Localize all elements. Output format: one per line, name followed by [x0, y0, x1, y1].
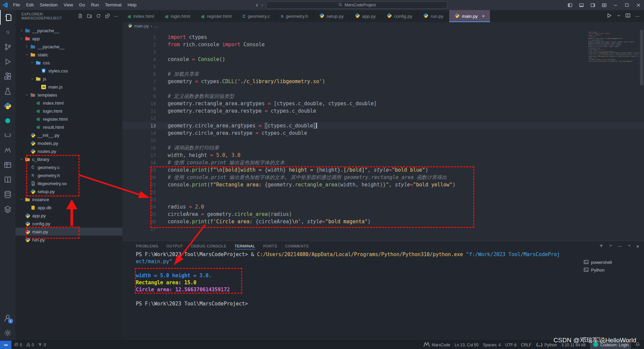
- run-icon[interactable]: [606, 13, 612, 20]
- code-line-11[interactable]: 11geometry.rectangle_area.restype = ctyp…: [122, 107, 644, 115]
- refresh-icon[interactable]: [95, 13, 102, 19]
- maximize-window-icon[interactable]: [621, 0, 633, 10]
- tab-setup.py[interactable]: setup.py: [314, 10, 350, 22]
- code-editor[interactable]: 1import ctypes2from rich.console import …: [122, 30, 644, 241]
- tab-geometry.c[interactable]: Cgeometry.c: [237, 10, 275, 22]
- layout-icon[interactable]: [0, 158, 15, 172]
- code-line-24[interactable]: 24radius = 2.0: [122, 203, 644, 211]
- code-line-16[interactable]: 16# 调用函数并打印结果: [122, 144, 644, 152]
- code-line-13[interactable]: 13geometry.circle_area.argtypes = [ctype…: [122, 122, 644, 129]
- code-line-21[interactable]: 21console.print(f"Rectangle area: {geome…: [122, 181, 644, 188]
- tab-app.py[interactable]: app.py: [350, 10, 382, 22]
- tab-run.py[interactable]: run.py: [418, 10, 449, 22]
- code-line-26[interactable]: 26console.print(f'Circle area: {circleAr…: [122, 218, 644, 225]
- layers-icon[interactable]: [0, 202, 15, 217]
- remote-indicator[interactable]: ><: [0, 341, 11, 349]
- code-line-8[interactable]: 8: [122, 85, 644, 93]
- tree-item-__init__.py[interactable]: __init__.py: [15, 131, 122, 139]
- snippets-icon[interactable]: {…}: [0, 128, 15, 143]
- settings-gear-icon[interactable]: [0, 326, 15, 340]
- tree-item-css[interactable]: css: [15, 59, 122, 67]
- minimap[interactable]: import ctypesfrom rich.console import Co…: [588, 31, 639, 81]
- new-file-icon[interactable]: [77, 13, 84, 19]
- status-item-0[interactable]: 0: [14, 342, 22, 348]
- terminal-output[interactable]: PS F:\Work\2023 Tool\MarsCodeProject> & …: [136, 251, 577, 340]
- more-actions-icon[interactable]: ⋯: [113, 13, 120, 19]
- extensions-icon[interactable]: [0, 69, 15, 84]
- codeium-icon[interactable]: [0, 113, 15, 128]
- status-item-python[interactable]: {…}Python: [536, 343, 557, 347]
- tree-item-routes.py[interactable]: routes.py: [15, 147, 122, 155]
- back-icon[interactable]: ‹: [256, 2, 258, 8]
- code-line-6[interactable]: 6# 加载共享库: [122, 70, 644, 78]
- tree-item-geometry.c[interactable]: Cgeometry.c: [15, 163, 122, 171]
- code-line-18[interactable]: 18# 使用 console.print 输出蓝色加粗字体的文本: [122, 159, 644, 166]
- code-line-15[interactable]: 15: [122, 137, 644, 144]
- status-item-spaces-4[interactable]: Spaces: 4: [483, 343, 501, 347]
- panel-tab-problems[interactable]: PROBLEMS: [136, 244, 158, 248]
- new-folder-icon[interactable]: [86, 13, 93, 19]
- more-actions-icon[interactable]: ⋯: [635, 13, 640, 19]
- status-item-marscode[interactable]: MarsCode: [423, 341, 450, 349]
- tree-item-instance[interactable]: instance: [15, 195, 122, 203]
- tree-item-geometry.h[interactable]: hgeometry.h: [15, 171, 122, 179]
- run-debug-icon[interactable]: [0, 54, 15, 69]
- tree-item-main.py[interactable]: main.py: [15, 228, 122, 236]
- tab-config.py[interactable]: config.py: [381, 10, 418, 22]
- command-center-search[interactable]: MarsCodeProject: [266, 1, 447, 9]
- code-line-17[interactable]: 17width, height = 5.0, 3.0: [122, 152, 644, 159]
- code-line-19[interactable]: 19console.print(f"\n[bold]width = {width…: [122, 166, 644, 174]
- toggle-secondary-sidebar-icon[interactable]: [587, 0, 598, 10]
- python-icon[interactable]: [0, 99, 15, 113]
- tree-item-libgeometry.so[interactable]: libgeometry.so: [15, 179, 122, 187]
- chevron-up-icon[interactable]: [627, 243, 632, 249]
- code-line-14[interactable]: 14geometry.circle_area.restype = ctypes.…: [122, 129, 644, 137]
- tree-item-__pycache__[interactable]: __pycache__: [15, 26, 122, 35]
- status-item-utf-8[interactable]: UTF-8: [505, 343, 517, 347]
- toggle-sidebar-icon[interactable]: [564, 0, 576, 10]
- menu-item-view[interactable]: View: [61, 0, 76, 10]
- code-line-20[interactable]: 20# 使用 console.print 输出黄色加粗字体的文本, 其中矩形面积…: [122, 174, 644, 181]
- close-tab-icon[interactable]: ×: [482, 13, 485, 19]
- testing-icon[interactable]: [0, 84, 15, 99]
- tree-item-login.html[interactable]: djlogin.html: [15, 107, 122, 115]
- collapse-folders-icon[interactable]: [104, 13, 111, 19]
- minimize-window-icon[interactable]: [610, 0, 621, 10]
- chevron-down-icon[interactable]: [616, 13, 621, 19]
- editor-scrollbar[interactable]: [640, 30, 643, 85]
- status-item-0[interactable]: 0: [38, 342, 46, 348]
- account-icon[interactable]: 1: [0, 311, 15, 326]
- tree-item-setup.py[interactable]: setup.py: [15, 187, 122, 195]
- panel-tab-debug-console[interactable]: DEBUG CONSOLE: [191, 244, 227, 248]
- tree-item-main.js[interactable]: JSmain.js: [15, 83, 122, 91]
- tree-item-c_library[interactable]: c_library: [15, 155, 122, 163]
- marscode-icon[interactable]: [0, 143, 15, 158]
- menu-item-file[interactable]: File: [10, 0, 23, 10]
- tree-item-app.db[interactable]: app.db: [15, 203, 122, 212]
- code-line-12[interactable]: 12: [122, 115, 644, 122]
- tree-item-run.py[interactable]: run.py: [15, 236, 122, 244]
- terminal-instance-powershell[interactable]: powershell: [581, 258, 641, 266]
- panel-tab-comments[interactable]: COMMENTS: [285, 244, 309, 248]
- status-item-3-10-11-64-bit[interactable]: 3.10.11 64-bit: [561, 343, 586, 347]
- tree-item-js[interactable]: js: [15, 75, 122, 83]
- tree-item-models.py[interactable]: models.py: [15, 139, 122, 147]
- customize-layout-icon[interactable]: [598, 0, 610, 10]
- breadcrumb[interactable]: main.py › …: [122, 22, 644, 30]
- tree-item-app[interactable]: app: [15, 35, 122, 43]
- code-line-22[interactable]: 22: [122, 188, 644, 196]
- search-icon[interactable]: [0, 25, 15, 40]
- close-window-icon[interactable]: [633, 0, 644, 10]
- menu-item-go[interactable]: Go: [76, 0, 88, 10]
- close-icon[interactable]: ×: [636, 243, 639, 249]
- code-line-10[interactable]: 10geometry.rectangle_area.argtypes = [ct…: [122, 100, 644, 107]
- code-line-27[interactable]: 27: [122, 225, 644, 233]
- terminal-instance-Python[interactable]: Python: [581, 266, 641, 274]
- menu-item-edit[interactable]: Edit: [23, 0, 37, 10]
- more-actions-icon[interactable]: ⋯: [618, 243, 623, 249]
- status-item-ln-13-col-50[interactable]: Ln 13, Col 50: [454, 343, 478, 347]
- status-item-0[interactable]: 0: [26, 342, 34, 348]
- tree-item-__pycache__[interactable]: __pycache__: [15, 43, 122, 51]
- tree-item-styles.css[interactable]: styles.css: [15, 67, 122, 75]
- chevron-down-icon[interactable]: [608, 243, 613, 249]
